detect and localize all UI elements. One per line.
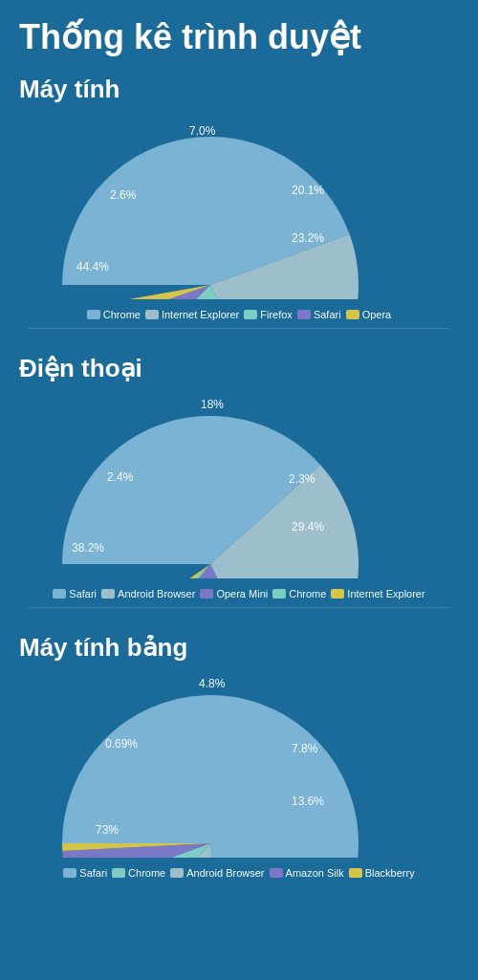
legend-label: Opera Mini bbox=[216, 588, 268, 599]
legend-item: Chrome bbox=[272, 588, 326, 599]
chart-label-1: 29.4% bbox=[292, 520, 324, 534]
legend-label: Blackberry bbox=[365, 867, 415, 879]
legend-color-box bbox=[87, 310, 100, 319]
chart-label-4: 2.4% bbox=[107, 470, 134, 484]
section-tablet: Máy tính bảng73%13.6%7.8%4.8%0.69%Safari… bbox=[0, 623, 478, 896]
legend-item: Safari bbox=[63, 867, 107, 879]
legend-item: Blackberry bbox=[349, 867, 415, 879]
chart-label-2: 20.1% bbox=[292, 184, 324, 197]
legend-color-box bbox=[101, 589, 115, 599]
section-title-mobile: Điện thoại bbox=[19, 354, 459, 383]
legend-desktop: ChromeInternet ExplorerFirefoxSafariOper… bbox=[19, 309, 459, 320]
chart-label-3: 4.8% bbox=[199, 677, 226, 690]
legend-item: Android Browser bbox=[101, 588, 195, 599]
section-mobile: Điện thoại38.2%29.4%18%2.3%2.4%SafariAnd… bbox=[0, 344, 478, 623]
legend-color-box bbox=[244, 310, 257, 319]
legend-color-box bbox=[53, 589, 66, 599]
chart-label-4: 0.69% bbox=[105, 737, 138, 751]
chart-label-2: 7.8% bbox=[292, 742, 318, 755]
legend-color-box bbox=[331, 589, 344, 599]
section-divider bbox=[29, 328, 449, 329]
chart-label-4: 2.6% bbox=[110, 188, 137, 202]
legend-mobile: SafariAndroid BrowserOpera MiniChromeInt… bbox=[19, 588, 459, 599]
legend-label: Safari bbox=[314, 309, 341, 320]
legend-item: Safari bbox=[53, 588, 97, 599]
legend-item: Chrome bbox=[112, 867, 165, 879]
legend-label: Opera bbox=[362, 309, 392, 320]
legend-label: Internet Explorer bbox=[347, 588, 424, 599]
section-title-desktop: Máy tính bbox=[19, 75, 459, 104]
legend-label: Chrome bbox=[103, 309, 141, 320]
page-title: Thống kê trình duyệt bbox=[0, 0, 478, 65]
legend-item: Internet Explorer bbox=[145, 309, 239, 320]
chart-label-0: 44.4% bbox=[76, 260, 109, 273]
legend-item: Firefox bbox=[244, 309, 293, 320]
section-title-tablet: Máy tính bảng bbox=[19, 633, 459, 663]
legend-label: Internet Explorer bbox=[162, 309, 239, 320]
legend-label: Amazon Silk bbox=[286, 867, 344, 879]
legend-color-box bbox=[270, 868, 283, 878]
legend-color-box bbox=[272, 589, 286, 599]
chart-label-3: 7.0% bbox=[189, 124, 216, 138]
legend-label: Chrome bbox=[289, 588, 326, 599]
legend-color-box bbox=[145, 310, 159, 319]
legend-label: Safari bbox=[79, 867, 107, 879]
legend-color-box bbox=[346, 310, 359, 319]
legend-color-box bbox=[349, 868, 362, 878]
legend-item: Android Browser bbox=[170, 867, 264, 879]
legend-label: Android Browser bbox=[118, 588, 195, 599]
chart-label-0: 38.2% bbox=[72, 541, 104, 555]
chart-tablet: 73%13.6%7.8%4.8%0.69% bbox=[19, 666, 459, 858]
section-divider bbox=[29, 607, 449, 608]
legend-label: Android Browser bbox=[186, 867, 264, 879]
chart-label-2: 18% bbox=[201, 398, 224, 411]
legend-item: Opera bbox=[346, 309, 392, 320]
legend-item: Chrome bbox=[87, 309, 141, 320]
section-desktop: Máy tính44.4%23.2%20.1%7.0%2.6%ChromeInt… bbox=[0, 65, 478, 344]
chart-label-1: 13.6% bbox=[292, 795, 324, 808]
slice-internet-explorer bbox=[89, 564, 210, 578]
chart-label-3: 2.3% bbox=[289, 472, 315, 486]
legend-item: Opera Mini bbox=[200, 588, 268, 599]
legend-color-box bbox=[200, 589, 213, 599]
legend-item: Amazon Silk bbox=[270, 867, 344, 879]
chart-mobile: 38.2%29.4%18%2.3%2.4% bbox=[19, 387, 459, 578]
legend-label: Chrome bbox=[128, 867, 165, 879]
legend-label: Firefox bbox=[260, 309, 293, 320]
chart-label-0: 73% bbox=[96, 823, 119, 837]
legend-color-box bbox=[112, 868, 125, 878]
legend-tablet: SafariChromeAndroid BrowserAmazon SilkBl… bbox=[19, 867, 459, 879]
legend-item: Safari bbox=[297, 309, 341, 320]
legend-label: Safari bbox=[69, 588, 97, 599]
chart-label-1: 23.2% bbox=[292, 231, 324, 245]
chart-desktop: 44.4%23.2%20.1%7.0%2.6% bbox=[19, 108, 459, 299]
legend-color-box bbox=[170, 868, 184, 878]
legend-item: Internet Explorer bbox=[331, 588, 424, 599]
legend-color-box bbox=[297, 310, 311, 319]
legend-color-box bbox=[63, 868, 76, 878]
